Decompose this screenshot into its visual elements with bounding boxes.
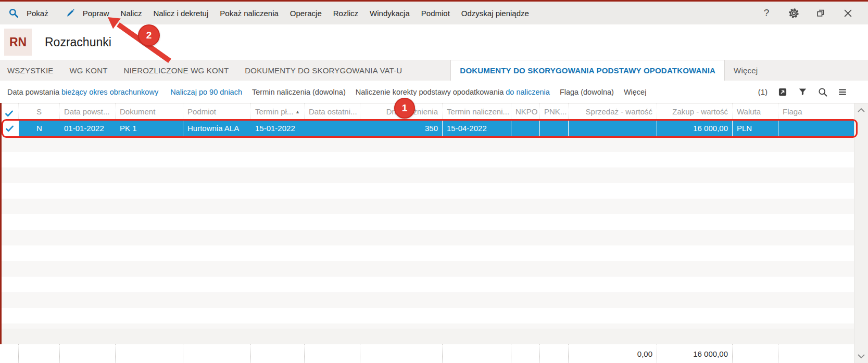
summary-cell [60,344,116,363]
filter-value-link[interactable]: bieżący okres obrachunkowy [61,88,158,96]
app-window: Pokaż Popraw Nalicz Nalicz i dekretuj Po… [0,0,868,363]
toolbar-odzyskaj-pieniadze-button[interactable]: Odzyskaj pieniądze [456,9,535,18]
filter-naliczenie-korekty[interactable]: Naliczenie korekty podstawy opodatkowani… [356,88,550,96]
cell-s: N [19,121,60,136]
filter-bar: Data powstaniabieżący okres obrachunkowy… [0,81,868,103]
cell-zakup-wartosc: 16 000,00 [657,121,733,136]
column-header-waluta[interactable]: Waluta [733,103,778,121]
cell-waluta: PLN [733,121,778,136]
page-title: Rozrachunki [45,35,111,49]
summary-cell [19,344,60,363]
cell-flaga [778,121,854,136]
cell-termin-naliczenia: 15-04-2022 [443,121,511,136]
toolbar-rozlicz-button[interactable]: Rozlicz [328,9,364,18]
tab-dokumenty-do-skorygowania-podstawy-opodatkowania[interactable]: DOKUMENTY DO SKORYGOWANIA PODSTAWY OPODA… [450,60,725,81]
toolbar-popraw-button[interactable]: Popraw [77,9,115,18]
module-badge: RN [4,29,32,56]
summary-cell [0,344,19,363]
table-row[interactable]: N 01-01-2022 PK 1 Hurtownia ALA 15-01-20… [0,121,854,136]
summary-zakup-total: 16 000,00 [657,344,733,363]
sort-ascending-icon: ▲ [295,107,300,114]
summary-cell [116,344,183,363]
column-header-data-powstania[interactable]: Data powst... [60,103,116,121]
filter-label: Termin naliczenia (dowolna) [252,88,346,96]
column-header-flaga[interactable]: Flaga [778,103,854,121]
pencil-icon[interactable] [61,8,77,18]
list-tools: (1) [758,87,868,97]
column-header-dni-opoznienia[interactable]: Dni opóźnienia [360,103,443,121]
cell-termin-platnosci: 15-01-2022 [251,121,305,136]
search-icon[interactable] [4,8,21,18]
column-header-termin-naliczenia[interactable]: Termin naliczeni... [443,103,511,121]
filter-more[interactable]: Więcej [624,88,647,96]
filter-flaga[interactable]: Flaga (dowolna) [560,88,614,96]
open-in-new-icon[interactable] [777,87,788,97]
view-tabs: WSZYSTKIE WG KONT NIEROZLICZONE WG KONT … [0,60,868,81]
summary-row: 0,00 16 000,00 [0,344,854,363]
main-toolbar: Pokaż Popraw Nalicz Nalicz i dekretuj Po… [0,2,868,24]
toolbar-pokaz-naliczenia-button[interactable]: Pokaż naliczenia [214,9,284,18]
filter-funnel-icon[interactable] [798,87,808,97]
filter-termin-naliczenia[interactable]: Termin naliczenia (dowolna) [252,88,346,96]
toolbar-nalicz-button[interactable]: Nalicz [115,9,148,18]
tab-nierozliczone-wg-kont[interactable]: NIEROZLICZONE WG KONT [124,60,229,81]
grid-left-accent-border [0,103,2,344]
horizontal-scrollbar[interactable] [0,329,868,344]
cell-nkpo [511,121,540,136]
tab-more[interactable]: Więcej [734,60,758,81]
title-bar: RN Rozrachunki [0,24,868,60]
summary-sprzedaz-total: 0,00 [569,344,657,363]
filter-value-link[interactable]: do naliczenia [506,88,550,96]
scroll-down-icon[interactable] [857,354,865,359]
summary-cell [305,344,360,363]
close-icon[interactable] [842,7,853,19]
toolbar-nalicz-i-dekretuj-button[interactable]: Nalicz i dekretuj [147,9,214,18]
column-header-zakup-wartosc[interactable]: Zakup - wartość [657,103,733,121]
toolbar-pokaz-button[interactable]: Pokaż [21,9,54,18]
filter-label: Data powstania [7,88,59,96]
column-header-termin-platnosci[interactable]: Termin pł... ▲ [251,103,305,121]
column-header-sprzedaz-wartosc[interactable]: Sprzedaż - wartość [569,103,657,121]
empty-grid-rows [0,136,868,329]
tab-wg-kont[interactable]: WG KONT [69,60,107,81]
column-header-s[interactable]: S [19,103,60,121]
help-icon[interactable]: ? [761,7,772,19]
select-all-checkbox[interactable] [0,103,19,121]
search-list-icon[interactable] [817,87,828,97]
summary-cell [511,344,540,363]
cell-sprzedaz-wartosc [569,121,657,136]
cell-data-ostatniej [305,121,360,136]
summary-cell [778,344,854,363]
record-count: (1) [758,87,768,96]
tab-wszystkie[interactable]: WSZYSTKIE [7,60,53,81]
column-header-data-ostatniej[interactable]: Data ostatni... [305,103,360,121]
column-header-nkpo[interactable]: NKPO [511,103,540,121]
filter-value-link[interactable]: Naliczaj po 90 dniach [170,88,242,96]
restore-window-icon[interactable] [815,7,826,19]
filter-data-powstania[interactable]: Data powstaniabieżący okres obrachunkowy [7,88,158,96]
toolbar-windykacja-button[interactable]: Windykacja [364,9,416,18]
gear-icon[interactable] [788,7,799,19]
toolbar-podmiot-button[interactable]: Podmiot [416,9,456,18]
scroll-up-icon[interactable] [857,108,865,113]
cell-data-powstania: 01-01-2022 [60,121,116,136]
toolbar-operacje-button[interactable]: Operacje [284,9,328,18]
column-header-dokument[interactable]: Dokument [116,103,183,121]
summary-cell [540,344,569,363]
filter-naliczaj-po[interactable]: Naliczaj po 90 dniach [168,88,242,96]
window-controls: ? [761,7,864,19]
filter-label: Naliczenie korekty podstawy opodatkowani… [356,88,504,96]
summary-cell [183,344,251,363]
summary-cell [251,344,305,363]
summary-cell [443,344,511,363]
filter-label: Więcej [624,88,647,96]
column-header-label: Termin pł... [255,107,293,116]
column-header-podmiot[interactable]: Podmiot [183,103,251,121]
table-header-row: S Data powst... Dokument Podmiot Termin … [0,103,854,121]
menu-hamburger-icon[interactable] [838,88,847,96]
cell-pnk [540,121,569,136]
tab-dokumenty-do-skorygowania-vat-u[interactable]: DOKUMENTY DO SKORYGOWANIA VAT-U [245,60,402,81]
row-checkbox-checked[interactable] [0,121,19,136]
column-header-pnk[interactable]: PNK... [540,103,569,121]
vertical-scrollbar[interactable] [854,103,868,363]
